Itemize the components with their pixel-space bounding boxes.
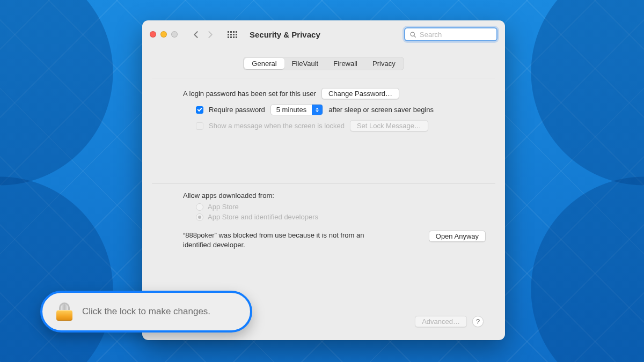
select-stepper-icon: [312, 105, 323, 115]
search-icon: [409, 31, 416, 38]
radio-identified-developers-label: App Store and identified developers: [208, 213, 318, 221]
minimize-window-button[interactable]: [160, 31, 167, 38]
set-lock-message-button: Set Lock Message…: [350, 120, 428, 131]
allow-apps-heading: Allow apps downloaded from:: [183, 191, 486, 200]
show-all-prefs-button[interactable]: [226, 28, 239, 41]
tab-privacy[interactable]: Privacy: [365, 58, 403, 69]
svg-line-1: [414, 35, 416, 37]
lock-callout: Click the lock to make changes.: [40, 291, 252, 333]
back-button[interactable]: [189, 28, 202, 41]
close-window-button[interactable]: [150, 31, 156, 38]
tab-bar: General FileVault Firewall Privacy: [243, 57, 404, 70]
show-message-checkbox: [196, 122, 203, 130]
window-title: Security & Privacy: [250, 30, 320, 39]
nav-buttons: [189, 28, 216, 41]
login-password-text: A login password has been set for this u…: [183, 90, 316, 98]
tab-general[interactable]: General: [244, 58, 284, 69]
radio-identified-developers: [196, 213, 203, 221]
blocked-app-text: “888poker” was blocked from use because …: [183, 231, 387, 249]
titlebar: Security & Privacy: [142, 20, 505, 48]
require-password-label-before: Require password: [209, 106, 265, 114]
open-anyway-button[interactable]: Open Anyway: [429, 231, 486, 242]
show-message-label: Show a message when the screen is locked: [209, 122, 345, 130]
search-input[interactable]: [420, 31, 492, 39]
radio-app-store-label: App Store: [208, 203, 239, 211]
require-password-delay-value: 5 minutes: [271, 106, 312, 114]
allow-apps-radio-group: App Store App Store and identified devel…: [196, 203, 486, 223]
panel-divider: [152, 183, 495, 184]
advanced-button: Advanced…: [415, 316, 467, 327]
tab-firewall[interactable]: Firewall: [326, 58, 365, 69]
traffic-lights: [150, 31, 178, 38]
tab-filevault[interactable]: FileVault: [284, 58, 326, 69]
help-button[interactable]: ?: [472, 316, 484, 327]
lock-callout-text: Click the lock to make changes.: [82, 306, 210, 317]
lock-icon[interactable]: [56, 302, 72, 321]
radio-app-store: [196, 203, 203, 211]
forward-button[interactable]: [203, 28, 216, 41]
zoom-window-button: [171, 31, 178, 38]
require-password-label-after: after sleep or screen saver begins: [328, 106, 434, 114]
change-password-button[interactable]: Change Password…: [321, 88, 399, 99]
require-password-checkbox[interactable]: [196, 106, 203, 114]
search-field-wrapper[interactable]: [404, 27, 497, 41]
require-password-delay-select[interactable]: 5 minutes: [270, 104, 323, 115]
